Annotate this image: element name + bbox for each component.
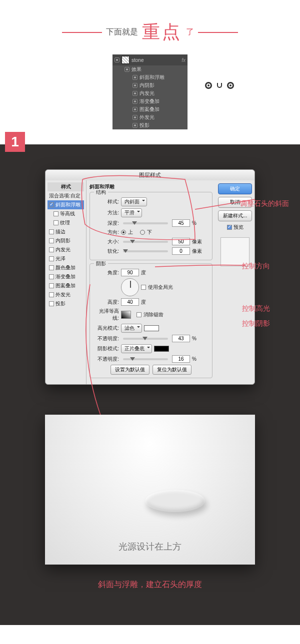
method-select[interactable]: 平滑 (121, 208, 142, 217)
fx-item[interactable]: 图案叠加 (112, 105, 188, 113)
label: 不透明度: (94, 335, 119, 342)
checkbox-icon[interactable] (49, 247, 54, 252)
fx-item[interactable]: 内发光 (112, 89, 188, 97)
style-item[interactable]: 纹理 (48, 218, 84, 227)
style-item[interactable]: 内阴影 (48, 236, 84, 245)
visibility-icon[interactable] (132, 99, 138, 104)
shadow-opacity-slider[interactable] (123, 358, 168, 360)
checkbox-icon[interactable] (49, 202, 54, 207)
blend-options[interactable]: 混合选项:自定 (48, 191, 84, 200)
checkbox-icon[interactable] (49, 256, 54, 261)
visibility-icon[interactable] (124, 67, 130, 72)
preview-check[interactable] (227, 225, 232, 230)
visibility-icon[interactable] (132, 75, 138, 80)
dir-up-radio[interactable] (121, 230, 126, 235)
depth-slider[interactable] (123, 222, 168, 224)
checkbox-icon[interactable] (49, 292, 54, 297)
annotation: 控制阴影 (242, 319, 270, 328)
label: 阴影模式: (94, 345, 119, 352)
style-list: 样式 混合选项:自定 斜面和浮雕 等高线 纹理 描边 内阴影 内发光 光泽 颜色… (46, 180, 86, 384)
mouth-icon (217, 83, 222, 88)
style-item[interactable]: 斜面和浮雕 (48, 200, 84, 209)
ok-button[interactable]: 确定 (218, 183, 252, 194)
fx-item[interactable]: 斜面和浮雕 (112, 73, 188, 81)
dialog-title: 图层样式 (46, 170, 254, 180)
group-title: 结构 (94, 189, 108, 196)
size-input[interactable] (172, 238, 190, 245)
label: 样式: (94, 198, 119, 205)
checkbox-icon[interactable] (54, 220, 58, 225)
visibility-icon[interactable] (132, 91, 138, 96)
style-item[interactable]: 描边 (48, 227, 84, 236)
visibility-icon[interactable] (132, 123, 138, 128)
checkbox-icon[interactable] (49, 265, 54, 270)
fx-item[interactable]: 内阴影 (112, 81, 188, 89)
bottom-caption: 斜面与浮雕，建立石头的厚度 (0, 565, 300, 605)
visibility-icon[interactable] (114, 57, 120, 62)
style-item[interactable]: 外发光 (48, 290, 84, 299)
antialias-check[interactable] (136, 312, 142, 317)
visibility-icon[interactable] (132, 115, 138, 120)
style-item[interactable]: 图案叠加 (48, 281, 84, 290)
style-item[interactable]: 光泽 (48, 254, 84, 263)
new-style-button[interactable]: 新建样式... (218, 210, 252, 221)
shadow-mode-select[interactable]: 正片叠底 (121, 344, 152, 353)
checkbox-icon[interactable] (49, 229, 54, 234)
result-preview: 光源设计在上方 (45, 415, 255, 565)
global-light-check[interactable] (141, 285, 146, 290)
contour-picker[interactable] (121, 311, 131, 319)
layer-row[interactable]: stone fx (112, 54, 188, 65)
style-item[interactable]: 颜色叠加 (48, 263, 84, 272)
label: 方法: (94, 209, 119, 216)
rule-right (198, 32, 238, 33)
checkbox-icon[interactable] (49, 274, 54, 279)
style-item[interactable]: 内发光 (48, 245, 84, 254)
checkbox-icon[interactable] (54, 211, 58, 216)
size-slider[interactable] (123, 241, 168, 243)
shadow-color[interactable] (154, 346, 169, 352)
fx-group[interactable]: 效果 (112, 65, 188, 73)
highlight-color[interactable] (144, 325, 159, 331)
group-title: 阴影 (94, 260, 108, 267)
checkbox-icon[interactable] (49, 283, 54, 288)
depth-input[interactable] (172, 219, 190, 227)
soften-slider[interactable] (123, 250, 168, 252)
layers-panel: stone fx 效果 斜面和浮雕 内阴影 内发光 渐变叠加 图案叠加 外发光 … (112, 54, 188, 129)
fx-icon[interactable]: fx (182, 57, 186, 63)
checkbox-icon[interactable] (49, 238, 54, 243)
header-pre: 下面就是 (106, 27, 138, 37)
visibility-icon[interactable] (132, 83, 138, 88)
highlight-opacity-input[interactable] (172, 335, 190, 342)
shadow-opacity-input[interactable] (172, 355, 190, 363)
fx-item[interactable]: 投影 (112, 121, 188, 129)
visibility-icon[interactable] (132, 107, 138, 112)
highlight-opacity-slider[interactable] (123, 338, 168, 340)
altitude-input[interactable] (121, 298, 139, 306)
fx-item[interactable]: 外发光 (112, 113, 188, 121)
label: 高光模式: (94, 325, 119, 332)
soften-input[interactable] (172, 247, 190, 255)
top-area: stone fx 效果 斜面和浮雕 内阴影 内发光 渐变叠加 图案叠加 外发光 … (0, 54, 300, 144)
dialog-buttons: 确定 取消 新建样式... 预览 (216, 180, 254, 384)
label: 不透明度: (94, 356, 119, 363)
annotation: 控制方向 (242, 262, 270, 271)
angle-wheel[interactable] (121, 278, 139, 296)
dialog-content: 斜面和浮雕 结构 样式:内斜面 方法:平滑 深度:% 方向:上 下 大小:像素 … (86, 180, 216, 384)
angle-input[interactable] (121, 269, 139, 276)
checkbox-icon[interactable] (49, 301, 54, 306)
preview-caption: 光源设计在上方 (45, 541, 255, 553)
make-default-button[interactable]: 设置为默认值 (110, 365, 150, 375)
face-decoration (205, 82, 234, 89)
fx-item[interactable]: 渐变叠加 (112, 97, 188, 105)
reset-default-button[interactable]: 复位为默认值 (152, 365, 192, 375)
style-item[interactable]: 渐变叠加 (48, 272, 84, 281)
header: 下面就是 重点 了 (0, 0, 300, 54)
label: 深度: (94, 220, 119, 227)
highlight-mode-select[interactable]: 滤色 (121, 324, 142, 333)
style-item[interactable]: 等高线 (48, 209, 84, 218)
style-item[interactable]: 投影 (48, 299, 84, 308)
dir-down-radio[interactable] (140, 230, 145, 235)
annotation: 控制高光 (242, 304, 270, 313)
annotation: 调整石头的斜面 (240, 199, 289, 208)
style-select[interactable]: 内斜面 (121, 197, 147, 206)
